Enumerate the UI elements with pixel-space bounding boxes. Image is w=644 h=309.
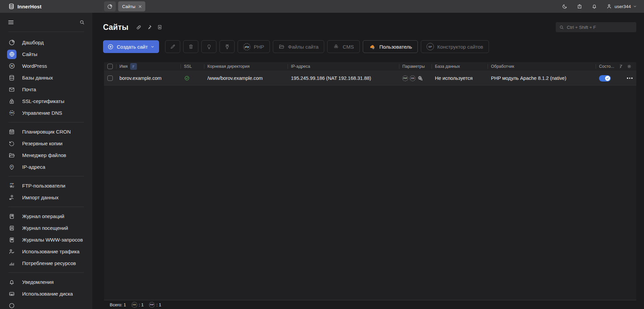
cgi-icon: CGI <box>132 302 137 308</box>
row-menu-icon[interactable] <box>627 78 633 79</box>
ip-cell: 195.245.99.186 (NAT 192.168.31.88) <box>288 71 399 85</box>
php-button[interactable]: php PHP <box>238 40 270 53</box>
site-status-toggle[interactable] <box>599 75 611 82</box>
dark-mode-moon-icon[interactable] <box>562 3 568 9</box>
toolbar: Создать сайт php PHP <box>103 40 644 53</box>
php-icon: PHP <box>149 302 155 308</box>
root-dir-cell: /www/borov.example.com <box>204 71 288 85</box>
sidebar-item-disk-usage[interactable]: Использование диска <box>0 288 92 300</box>
sidebar-item-ip[interactable]: IP IP-адреса <box>0 161 92 173</box>
site-builder-button[interactable]: SP Конструктор сайтов <box>421 40 489 53</box>
column-header-root-dir[interactable]: Корневая директория <box>204 62 288 71</box>
cms-hexagons-icon <box>333 44 339 50</box>
menu-divider <box>8 207 84 207</box>
sort-icon[interactable] <box>130 63 137 70</box>
column-header-database[interactable]: База данных <box>432 62 488 71</box>
top-bar-actions: user344 <box>562 3 637 9</box>
sidebar-item-backups[interactable]: Резервные копии <box>0 138 92 149</box>
filter-icon[interactable] <box>620 64 623 69</box>
sites-table: Имя SSL Корневая директория IP-адреса Па… <box>104 62 636 309</box>
sidebar-item-mail[interactable]: Почта <box>0 84 92 95</box>
sidebar-item-sites[interactable]: Сайты <box>0 48 92 60</box>
php-count: PHP : 1 <box>149 302 161 308</box>
sidebar-item-databases[interactable]: Базы данных <box>0 72 92 84</box>
column-header-ip[interactable]: IP-адреса <box>288 62 399 71</box>
sidebar-menu: Дашборд Сайты W WordPress Базы данных По… <box>0 32 92 309</box>
brand-name: InnerHost <box>17 4 42 9</box>
tab-sites[interactable]: Сайты <box>118 1 145 11</box>
ftp-icon: FTP <box>7 181 16 191</box>
database-cell: Не используется <box>432 71 488 85</box>
sidebar-item-filemanager[interactable]: Менеджер файлов <box>0 149 92 161</box>
user-menu[interactable]: user344 <box>606 3 637 9</box>
create-site-button[interactable]: Создать сайт <box>103 40 159 53</box>
global-search[interactable] <box>556 22 636 32</box>
hamburger-menu-icon[interactable] <box>7 19 14 26</box>
document-export-icon[interactable] <box>157 24 162 30</box>
notifications-bell-icon[interactable] <box>591 3 597 9</box>
disk-icon <box>7 289 16 299</box>
delete-button[interactable] <box>183 40 198 53</box>
pie-chart-icon <box>107 4 113 9</box>
pin-icon[interactable] <box>147 24 152 30</box>
journal-globe-icon <box>7 235 16 245</box>
menu-divider <box>8 272 84 273</box>
user-icon <box>606 3 612 9</box>
ssl-lock-icon <box>7 97 16 106</box>
sidebar-item-visits-log[interactable]: Журнал посещений <box>0 222 92 234</box>
app-logo: InnerHost <box>8 3 42 10</box>
calendar-icon <box>7 127 16 137</box>
cms-button[interactable]: CMS <box>327 40 359 53</box>
main-content: Сайты Создать сайт <box>92 13 644 309</box>
traffic-user-icon <box>7 247 16 256</box>
page-title: Сайты <box>103 23 129 32</box>
cloud-user-icon <box>368 43 376 50</box>
handler-cell: PHP модуль Apache 8.1.2 (native) <box>488 71 596 85</box>
pencil-icon <box>170 44 176 50</box>
close-icon[interactable] <box>138 5 142 8</box>
link-icon[interactable] <box>136 24 142 30</box>
sidebar-item-dns[interactable]: DNS Управление DNS <box>0 107 92 119</box>
sidebar-item-notifications[interactable]: Уведомления <box>0 276 92 288</box>
sidebar-item-operations-log[interactable]: Журнал операций <box>0 210 92 222</box>
table-empty-area <box>104 86 636 300</box>
column-header-handler[interactable]: Обработчик <box>488 62 596 71</box>
gear-icon[interactable] <box>627 64 632 69</box>
sidebar: Дашборд Сайты W WordPress Базы данных По… <box>0 13 92 309</box>
sidebar-search-icon[interactable] <box>79 19 85 25</box>
sidebar-item-ssl[interactable]: SSL-сертификаты <box>0 95 92 107</box>
bell-icon <box>7 277 16 287</box>
tab-strip: Сайты <box>104 1 145 11</box>
row-checkbox[interactable] <box>107 75 113 81</box>
sidebar-item-partial[interactable] <box>0 300 92 309</box>
journal-person-icon <box>7 223 16 233</box>
sidebar-item-dashboard[interactable]: Дашборд <box>0 37 92 48</box>
user-import-icon <box>7 193 16 202</box>
column-header-ssl[interactable]: SSL <box>181 62 204 71</box>
ip-pin-icon: IP <box>7 162 16 172</box>
select-all-checkbox[interactable] <box>107 64 113 69</box>
sidebar-item-wordpress[interactable]: W WordPress <box>0 60 92 72</box>
sidebar-item-resources[interactable]: Потребление ресурсов <box>0 257 92 269</box>
upload-icon[interactable] <box>577 3 583 9</box>
search-input[interactable] <box>567 25 633 30</box>
toggle-knob <box>605 76 610 81</box>
sidebar-item-import[interactable]: Импорт данных <box>0 192 92 203</box>
sidebar-item-ftp[interactable]: FTP FTP-пользователи <box>0 180 92 192</box>
svg-text:DNS: DNS <box>10 112 14 114</box>
column-header-state[interactable]: Состо... <box>596 62 620 71</box>
dashboard-tab-button[interactable] <box>104 1 116 11</box>
sidebar-item-cron[interactable]: Планировщик CRON <box>0 126 92 138</box>
site-files-button[interactable]: Файлы сайта <box>273 40 324 53</box>
column-header-params[interactable]: Параметры <box>399 62 432 71</box>
sidebar-item-www-logs[interactable]: Журналы WWW-запросов <box>0 234 92 246</box>
column-header-name[interactable]: Имя <box>116 62 181 71</box>
table-row[interactable]: borov.example.com /www/borov.example.com… <box>104 71 636 86</box>
lightbulb-icon <box>206 44 212 50</box>
disable-button[interactable] <box>219 40 235 53</box>
edit-button[interactable] <box>165 40 180 53</box>
sidebar-item-traffic[interactable]: Использование трафика <box>0 246 92 257</box>
user-button[interactable]: Пользователь <box>363 40 418 53</box>
enable-button[interactable] <box>201 40 216 53</box>
params-cell: PHP CGI <box>399 71 432 85</box>
